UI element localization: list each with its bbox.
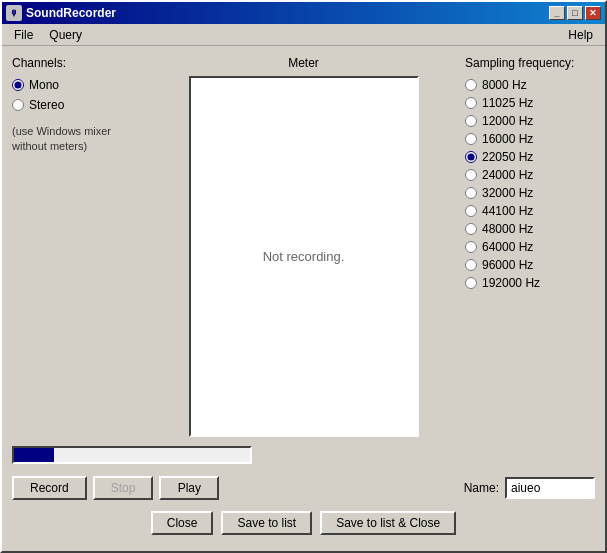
meter-status: Not recording. xyxy=(263,249,345,264)
sampling-16000[interactable]: 16000 Hz xyxy=(465,132,595,146)
sampling-label-12000: 12000 Hz xyxy=(482,114,533,128)
meter-title: Meter xyxy=(288,56,319,70)
sampling-label-192000: 192000 Hz xyxy=(482,276,540,290)
titlebar: 🎙 SoundRecorder _ □ ✕ xyxy=(2,2,605,24)
window-title: SoundRecorder xyxy=(26,6,549,20)
sampling-label-44100: 44100 Hz xyxy=(482,204,533,218)
sampling-label-8000: 8000 Hz xyxy=(482,78,527,92)
main-window: 🎙 SoundRecorder _ □ ✕ File Query Help Ch… xyxy=(0,0,607,553)
progress-section xyxy=(12,445,595,465)
sampling-label-48000: 48000 Hz xyxy=(482,222,533,236)
channels-note: (use Windows mixer without meters) xyxy=(12,124,142,155)
sampling-label-32000: 32000 Hz xyxy=(482,186,533,200)
play-button[interactable]: Play xyxy=(159,476,219,500)
sampling-24000[interactable]: 24000 Hz xyxy=(465,168,595,182)
sampling-44100[interactable]: 44100 Hz xyxy=(465,204,595,218)
menu-query[interactable]: Query xyxy=(41,26,90,44)
mono-option[interactable]: Mono xyxy=(12,78,142,92)
name-label: Name: xyxy=(464,481,499,495)
mono-radio[interactable] xyxy=(12,79,24,91)
channels-radio-group: Mono Stereo xyxy=(12,78,142,112)
menubar: File Query Help xyxy=(2,24,605,46)
bottom-buttons: Close Save to list Save to list & Close xyxy=(12,511,595,541)
main-content: Channels: Mono Stereo (use Windows mixer… xyxy=(2,46,605,551)
sampling-label-96000: 96000 Hz xyxy=(482,258,533,272)
sampling-radio-12000[interactable] xyxy=(465,115,477,127)
channels-title: Channels: xyxy=(12,56,142,70)
sampling-radio-24000[interactable] xyxy=(465,169,477,181)
sampling-radio-11025[interactable] xyxy=(465,97,477,109)
sampling-11025[interactable]: 11025 Hz xyxy=(465,96,595,110)
sampling-64000[interactable]: 64000 Hz xyxy=(465,240,595,254)
sampling-label-64000: 64000 Hz xyxy=(482,240,533,254)
sampling-label-16000: 16000 Hz xyxy=(482,132,533,146)
sampling-22050[interactable]: 22050 Hz xyxy=(465,150,595,164)
sampling-label-22050: 22050 Hz xyxy=(482,150,533,164)
minimize-button[interactable]: _ xyxy=(549,6,565,20)
sampling-8000[interactable]: 8000 Hz xyxy=(465,78,595,92)
sampling-radio-8000[interactable] xyxy=(465,79,477,91)
sampling-48000[interactable]: 48000 Hz xyxy=(465,222,595,236)
sampling-radio-16000[interactable] xyxy=(465,133,477,145)
record-button[interactable]: Record xyxy=(12,476,87,500)
save-to-list-close-button[interactable]: Save to list & Close xyxy=(320,511,456,535)
sampling-radio-96000[interactable] xyxy=(465,259,477,271)
sampling-12000[interactable]: 12000 Hz xyxy=(465,114,595,128)
sampling-panel: Sampling frequency: 8000 Hz 11025 Hz 120… xyxy=(465,56,595,437)
sampling-radio-44100[interactable] xyxy=(465,205,477,217)
sampling-192000[interactable]: 192000 Hz xyxy=(465,276,595,290)
controls-section: Record Stop Play Name: xyxy=(12,473,595,503)
save-to-list-button[interactable]: Save to list xyxy=(221,511,312,535)
sampling-radio-32000[interactable] xyxy=(465,187,477,199)
sampling-radio-48000[interactable] xyxy=(465,223,477,235)
sampling-32000[interactable]: 32000 Hz xyxy=(465,186,595,200)
meter-panel: Meter Not recording. xyxy=(152,56,455,437)
progress-fill xyxy=(14,448,54,462)
menu-file[interactable]: File xyxy=(6,26,41,44)
app-icon: 🎙 xyxy=(6,5,22,21)
stereo-option[interactable]: Stereo xyxy=(12,98,142,112)
mono-label: Mono xyxy=(29,78,59,92)
sampling-radio-22050[interactable] xyxy=(465,151,477,163)
sampling-radio-64000[interactable] xyxy=(465,241,477,253)
meter-box: Not recording. xyxy=(189,76,419,437)
menu-help[interactable]: Help xyxy=(560,26,601,44)
maximize-button[interactable]: □ xyxy=(567,6,583,20)
channels-panel: Channels: Mono Stereo (use Windows mixer… xyxy=(12,56,142,437)
stop-button[interactable]: Stop xyxy=(93,476,154,500)
sampling-list: 8000 Hz 11025 Hz 12000 Hz 16000 Hz xyxy=(465,78,595,290)
window-controls: _ □ ✕ xyxy=(549,6,601,20)
name-input[interactable] xyxy=(505,477,595,499)
sampling-title: Sampling frequency: xyxy=(465,56,595,70)
top-section: Channels: Mono Stereo (use Windows mixer… xyxy=(12,56,595,437)
stereo-label: Stereo xyxy=(29,98,64,112)
name-section: Name: xyxy=(464,477,595,499)
stereo-radio[interactable] xyxy=(12,99,24,111)
close-button[interactable]: ✕ xyxy=(585,6,601,20)
sampling-radio-192000[interactable] xyxy=(465,277,477,289)
progress-bar xyxy=(12,446,252,464)
sampling-96000[interactable]: 96000 Hz xyxy=(465,258,595,272)
sampling-label-11025: 11025 Hz xyxy=(482,96,533,110)
sampling-label-24000: 24000 Hz xyxy=(482,168,533,182)
close-button[interactable]: Close xyxy=(151,511,214,535)
